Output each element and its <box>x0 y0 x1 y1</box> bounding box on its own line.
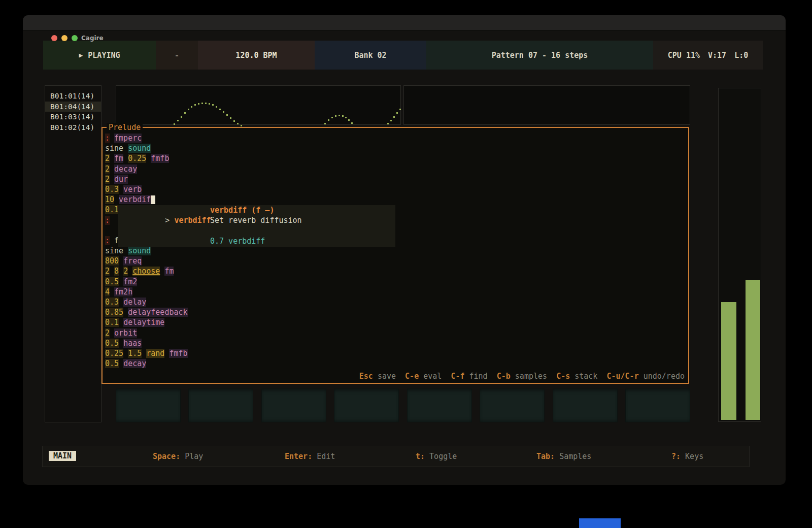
scope-dot <box>191 106 192 108</box>
code-token: 4 <box>105 287 110 296</box>
scope-dot <box>233 120 235 122</box>
code-token: verbdif <box>119 195 151 204</box>
minimize-button-icon[interactable] <box>61 35 67 41</box>
statusbar-shortcut: ?: Keys <box>671 452 703 461</box>
shortcut-key: Tab: <box>536 452 555 461</box>
code-line: 2 dur <box>105 174 688 184</box>
code-token: fm <box>114 154 123 163</box>
shortcut-label: Edit <box>317 452 335 461</box>
statusbar-shortcut: t: Toggle <box>416 452 457 461</box>
bpm-display[interactable]: 120.0 BPM <box>198 41 315 70</box>
bank-display[interactable]: Bank 02 <box>315 41 426 70</box>
code-token: haas <box>123 339 142 348</box>
scope-dot <box>396 112 398 114</box>
code-line: 10 verbdif <box>105 194 688 205</box>
code-token: fm2h <box>114 287 132 296</box>
sample-slot[interactable] <box>407 388 472 422</box>
level-meter-bar <box>721 302 736 420</box>
editor-title: Prelude <box>107 123 143 132</box>
cpu-value: CPU 11% <box>668 51 700 60</box>
code-line: 4 fm2h <box>105 287 688 297</box>
autocomplete-item[interactable]: > verbdiff verbdiff (f —) <box>118 205 395 215</box>
transport-status[interactable]: ▶ PLAYING <box>43 41 156 70</box>
scope-dot <box>237 123 239 124</box>
title-bar <box>23 15 786 30</box>
keybind-label: stack <box>574 372 597 381</box>
scope-dot <box>205 103 207 104</box>
code-token: delay <box>123 298 146 307</box>
close-button-icon[interactable] <box>51 35 57 41</box>
keybind-label: undo/redo <box>644 372 685 381</box>
function-description: Set reverb diffusion <box>210 215 302 225</box>
shortcut-label: Keys <box>685 452 703 461</box>
code-line: 2 8 2 choose fm <box>105 266 688 276</box>
pattern-list-item[interactable]: B01:01(14) <box>45 91 101 102</box>
code-token: 0.3 <box>105 185 119 194</box>
code-token: 0.1 <box>105 318 119 327</box>
editor-keybind-hints: Esc save C-e eval C-f find C-b samples C… <box>359 372 685 381</box>
code-line: 0.1 delaytime <box>105 317 688 327</box>
code-editor[interactable]: Prelude : fmpercsine sound2 fm 0.25 fmfb… <box>101 127 689 384</box>
code-token: : <box>105 236 110 245</box>
pattern-value: Pattern 07 - 16 steps <box>492 51 588 60</box>
code-token: : <box>105 134 110 143</box>
system-stats: CPU 11% V:17 L:0 <box>653 41 763 70</box>
code-token: 10 <box>105 195 114 204</box>
shortcut-label: Play <box>185 452 203 461</box>
scope-dot <box>177 120 179 121</box>
secondary-panel <box>403 85 690 125</box>
code-token: 0.5 <box>105 359 119 368</box>
code-line: 0.25 1.5 rand fmfb <box>105 348 688 358</box>
popup-row: Set reverb diffusion <box>118 215 395 225</box>
code-token: orbit <box>114 328 137 338</box>
sample-slot[interactable] <box>480 388 545 422</box>
pattern-list-item[interactable]: B01:02(14) <box>45 122 101 133</box>
code-token: 0.1 <box>105 205 119 214</box>
statusbar-shortcut: Enter: Edit <box>285 452 335 461</box>
code-token: delaytime <box>123 318 164 327</box>
status-bar: MAIN Space: PlayEnter: Editt: ToggleTab:… <box>42 446 750 467</box>
code-token: 2 <box>123 267 128 276</box>
app-window: Cagire ▶ PLAYING - 120.0 BPM Bank 02 Pat… <box>23 15 786 485</box>
keybind-key: C-f <box>451 372 464 381</box>
scope-dot <box>209 103 210 105</box>
keybind-key: C-s <box>556 372 570 381</box>
pattern-list: B01:01(14)B01:04(14)B01:03(14)B01:02(14) <box>45 86 101 133</box>
zoom-button-icon[interactable] <box>72 35 78 41</box>
keybind-label: eval <box>423 372 442 381</box>
code-line: : fmperc <box>105 133 688 143</box>
sample-slot[interactable] <box>334 388 399 422</box>
scope-dot <box>226 114 228 116</box>
sample-slot[interactable] <box>553 388 618 422</box>
scope-dot <box>174 123 175 125</box>
scope-dot <box>393 116 395 118</box>
statusbar-shortcut: Space: Play <box>153 452 203 461</box>
scope-dot <box>188 109 189 110</box>
code-token: : <box>105 216 110 225</box>
sample-slot[interactable] <box>261 388 326 422</box>
scope-dot <box>184 112 186 114</box>
code-token: sine <box>105 144 123 153</box>
scope-dot <box>339 115 340 116</box>
sample-slot[interactable] <box>188 388 253 422</box>
code-token: choose <box>132 267 160 276</box>
code-line: 0.5 haas <box>105 338 688 348</box>
scope-dot <box>219 109 221 110</box>
code-line: 800 freq <box>105 256 688 266</box>
code-token: 800 <box>105 256 119 266</box>
code-token: 2 <box>105 154 110 163</box>
text-cursor <box>151 195 155 204</box>
code-token: 8 <box>114 267 119 276</box>
scope-dot <box>201 103 203 104</box>
pattern-list-item[interactable]: B01:04(14) <box>45 102 101 112</box>
code-token: 0.3 <box>105 298 119 307</box>
pattern-list-item[interactable]: B01:03(14) <box>45 112 101 122</box>
code-token: fmperc <box>114 134 142 143</box>
sample-slot[interactable] <box>116 388 181 422</box>
code-token: sound <box>128 144 151 153</box>
sample-slot[interactable] <box>625 388 690 422</box>
transport-empty-segment[interactable]: - <box>156 41 198 70</box>
pattern-display[interactable]: Pattern 07 - 16 steps <box>426 41 653 70</box>
code-token: 0.25 <box>128 154 146 163</box>
code-token: 0.25 <box>105 349 123 358</box>
